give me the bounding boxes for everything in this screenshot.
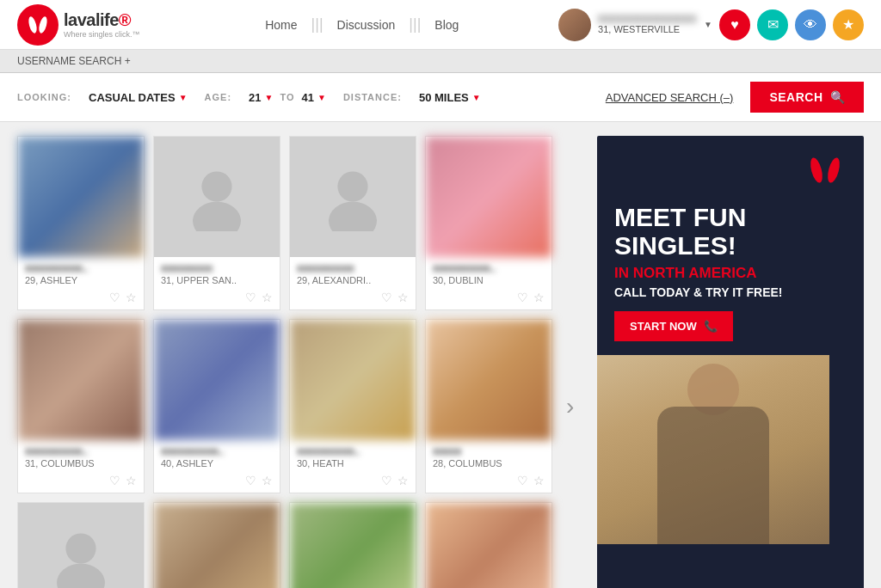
profile-row-1: xxxxxxxxxx.. 29, ASHLEY ♡ ☆ [17, 136, 583, 310]
profile-photo [426, 503, 551, 588]
search-button-label: SEARCH [769, 90, 822, 104]
profile-username: xxxxxxxxxx.. [297, 445, 409, 457]
looking-label: LOOKING: [17, 92, 71, 102]
profile-location: 29, ASHLEY [25, 275, 137, 285]
photo-placeholder [18, 503, 144, 588]
username-search-bar: USERNAME SEARCH + [0, 50, 881, 73]
list-item[interactable]: xxxxxxxxxx.. 30, HEATH ♡ ☆ [289, 319, 416, 493]
star-icon[interactable]: ☆ [126, 474, 137, 487]
svg-point-4 [337, 171, 367, 201]
profile-username: xxxxxxxxxx.. [25, 445, 137, 457]
age-from-value: 21 [249, 91, 261, 104]
username-search-link[interactable]: USERNAME SEARCH + [17, 55, 131, 67]
advanced-search-link[interactable]: ADVANCED SEARCH (–) [606, 91, 734, 104]
star-icon[interactable]: ☆ [126, 291, 137, 304]
list-item[interactable]: xxxxxxxxxx.. 40, ASHLEY ♡ ☆ [153, 319, 280, 493]
looking-arrow: ▼ [179, 93, 188, 102]
search-button[interactable]: SEARCH 🔍 [750, 82, 864, 113]
profile-info: xxxxxxxxxx.. 30, DUBLIN [426, 257, 551, 289]
heart-icon[interactable]: ♡ [245, 474, 256, 487]
heart-icon[interactable]: ♡ [245, 291, 256, 304]
heart-icon[interactable]: ♡ [381, 291, 392, 304]
age-from-arrow: ▼ [265, 93, 274, 102]
distance-value: 50 MILES [419, 91, 469, 104]
star-icon[interactable]: ☆ [397, 474, 409, 487]
profile-photo [154, 320, 280, 440]
svg-point-0 [28, 15, 39, 34]
logo[interactable]: lavalife® Where singles click.™ [17, 4, 140, 46]
heart-icon[interactable]: ♡ [109, 291, 120, 304]
svg-point-5 [329, 202, 377, 231]
profile-username: xxxxxxxxxx [297, 262, 409, 274]
profile-actions: ♡ ☆ [290, 289, 416, 309]
messages-button[interactable]: ✉ [757, 9, 788, 40]
ad-start-button[interactable]: START NOW 📞 [614, 311, 733, 341]
distance-label: DISTANCE: [343, 92, 402, 102]
heart-icon[interactable]: ♡ [517, 291, 528, 304]
svg-point-1 [38, 15, 49, 34]
list-item[interactable]: xxxxxxxxx 31, UPPER SAN.. ♡ ☆ [153, 136, 280, 310]
next-page-button[interactable]: › [561, 393, 579, 420]
photo-placeholder [290, 137, 416, 257]
ad-headline: MEET FUN SINGLES! [614, 203, 847, 260]
profile-actions: ♡ ☆ [18, 472, 144, 493]
list-item[interactable] [17, 502, 145, 588]
profile-photo [154, 137, 280, 257]
age-filter-group: 21 ▼ TO 41 ▼ [249, 91, 326, 104]
list-item[interactable] [425, 502, 552, 588]
profile-location: 31, COLUMBUS [25, 458, 137, 469]
list-item[interactable]: xxxxxxxxxx.. 29, ASHLEY ♡ ☆ [17, 136, 145, 310]
star-icon[interactable]: ☆ [533, 291, 545, 304]
profile-username: xxxxxxxxxx.. [433, 262, 545, 274]
nav-discussion[interactable]: Discussion [327, 18, 406, 32]
list-item[interactable] [289, 502, 416, 588]
user-location: 31, WESTERVILLE [598, 24, 697, 34]
profile-info: xxxxx 28, COLUMBUS [426, 440, 551, 472]
profile-location: 30, HEATH [297, 458, 409, 469]
svg-point-8 [808, 156, 824, 184]
profile-location: 40, ASHLEY [161, 458, 273, 469]
list-item[interactable]: xxxxxxxxxx 29, ALEXANDRI.. ♡ ☆ [289, 136, 416, 310]
profile-username: xxxxx [433, 445, 545, 457]
profile-info: xxxxxxxxxx.. 29, ASHLEY [18, 257, 144, 289]
ad-logo [614, 153, 847, 194]
star-icon[interactable]: ☆ [397, 291, 409, 304]
ad-subheadline: IN NORTH AMERICA [614, 265, 847, 282]
heart-icon[interactable]: ♡ [381, 474, 392, 487]
age-label: AGE: [205, 92, 232, 102]
user-profile[interactable]: XXXXXXXXXXXXXXX 31, WESTERVILLE ▼ [558, 9, 712, 41]
hotlist-button[interactable]: ★ [833, 9, 864, 40]
views-button[interactable]: 👁 [795, 9, 826, 40]
list-item[interactable]: xxxxx 28, COLUMBUS ♡ ☆ [425, 319, 552, 493]
nav-sep-2: ||| [409, 15, 421, 34]
age-from-dropdown[interactable]: 21 ▼ [249, 91, 273, 104]
profile-photo [18, 137, 144, 257]
nav-home[interactable]: Home [255, 18, 307, 32]
looking-dropdown[interactable]: CASUAL DATES ▼ [89, 91, 188, 104]
age-to-arrow: ▼ [317, 93, 326, 102]
profile-photo [18, 320, 144, 440]
search-filters: LOOKING: CASUAL DATES ▼ AGE: 21 ▼ TO 41 … [0, 73, 881, 122]
favorites-button[interactable]: ♥ [719, 9, 750, 40]
svg-point-3 [193, 202, 241, 231]
distance-dropdown[interactable]: 50 MILES ▼ [419, 91, 481, 104]
star-icon[interactable]: ☆ [262, 474, 273, 487]
heart-icon[interactable]: ♡ [517, 474, 528, 487]
profile-username: xxxxxxxxxx.. [161, 445, 273, 457]
list-item[interactable]: xxxxxxxxxx.. 30, DUBLIN ♡ ☆ [425, 136, 552, 310]
age-to-dropdown[interactable]: 41 ▼ [302, 91, 326, 104]
profile-row-3 [17, 502, 583, 588]
profile-photo [426, 137, 551, 257]
svg-point-6 [65, 533, 95, 563]
profile-actions: ♡ ☆ [18, 289, 144, 309]
ad-person-image [597, 355, 829, 544]
profile-actions: ♡ ☆ [154, 472, 280, 493]
nav-blog[interactable]: Blog [424, 18, 469, 32]
list-item[interactable]: xxxxxxxxxx.. 31, COLUMBUS ♡ ☆ [17, 319, 145, 493]
list-item[interactable] [153, 502, 280, 588]
main-content: xxxxxxxxxx.. 29, ASHLEY ♡ ☆ [0, 122, 881, 588]
star-icon[interactable]: ☆ [533, 474, 545, 487]
heart-icon[interactable]: ♡ [109, 474, 120, 487]
profile-dropdown-arrow[interactable]: ▼ [704, 20, 712, 29]
star-icon[interactable]: ☆ [262, 291, 273, 304]
